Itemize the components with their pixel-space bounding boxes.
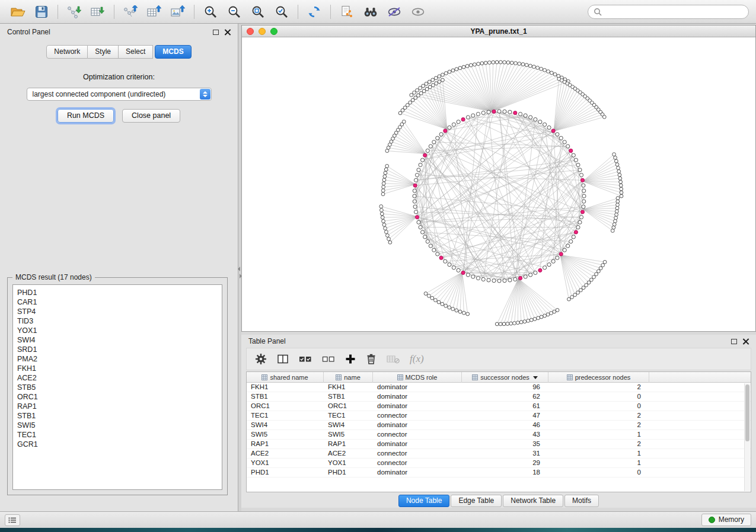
leaf-node[interactable]	[385, 164, 389, 168]
ring-node[interactable]	[518, 112, 522, 116]
ring-node[interactable]	[543, 266, 547, 270]
ring-node[interactable]	[471, 114, 475, 117]
leaf-node[interactable]	[448, 306, 451, 309]
leaf-node[interactable]	[592, 275, 596, 279]
mcds-dominator-node[interactable]	[444, 129, 447, 133]
cell-name[interactable]: SWI4	[324, 421, 373, 430]
leaf-node[interactable]	[589, 278, 593, 281]
tab-network-table[interactable]: Network Table	[503, 495, 563, 507]
leaf-node[interactable]	[437, 300, 441, 304]
leaf-node[interactable]	[614, 219, 617, 223]
cell-mcds-role[interactable]: dominator	[373, 402, 462, 411]
leaf-node[interactable]	[448, 70, 451, 73]
ring-node[interactable]	[569, 240, 573, 243]
leaf-node[interactable]	[383, 175, 387, 178]
ring-node[interactable]	[417, 168, 420, 172]
leaf-node[interactable]	[388, 241, 392, 244]
leaf-node[interactable]	[427, 294, 430, 298]
quick-search-box[interactable]	[588, 5, 749, 19]
ring-node[interactable]	[503, 110, 506, 113]
leaf-node[interactable]	[462, 65, 465, 69]
column-header-mcds-role[interactable]: MCDS role	[373, 372, 462, 383]
mcds-dominator-node[interactable]	[580, 210, 584, 214]
table-row[interactable]: ORC1ORC1dominator610	[247, 402, 751, 411]
leaf-node[interactable]	[615, 210, 618, 213]
leaf-node[interactable]	[381, 193, 385, 196]
ring-node[interactable]	[444, 259, 447, 263]
import-network-button[interactable]	[63, 3, 85, 21]
ring-node[interactable]	[452, 266, 455, 270]
cell-mcds-role[interactable]: dominator	[373, 383, 462, 392]
cell-shared-name[interactable]: PHD1	[247, 468, 324, 477]
mcds-dominator-node[interactable]	[423, 153, 427, 157]
ring-node[interactable]	[551, 259, 555, 263]
ring-node[interactable]	[466, 273, 470, 277]
cell-successor-nodes[interactable]: 29	[462, 459, 548, 468]
cell-successor-nodes[interactable]: 61	[462, 402, 548, 411]
ring-node[interactable]	[547, 263, 551, 267]
leaf-node[interactable]	[620, 194, 623, 198]
ring-node[interactable]	[487, 110, 490, 114]
leaf-node[interactable]	[488, 61, 492, 65]
ring-node[interactable]	[576, 163, 580, 166]
cell-name[interactable]: YOX1	[324, 459, 373, 468]
leaf-node[interactable]	[603, 260, 607, 264]
leaf-node[interactable]	[384, 171, 387, 175]
leaf-node[interactable]	[596, 270, 600, 273]
ring-node[interactable]	[582, 184, 585, 187]
table-row[interactable]: TEC1TEC1connector472	[247, 411, 751, 421]
ring-node[interactable]	[576, 226, 580, 229]
cell-mcds-role[interactable]: connector	[373, 459, 462, 468]
mcds-result-item[interactable]: PMA2	[17, 354, 222, 364]
leaf-node[interactable]	[616, 197, 620, 200]
export-network-button[interactable]	[120, 3, 141, 21]
sort-caret-icon[interactable]	[533, 376, 538, 379]
deselect-all-icon[interactable]	[322, 354, 335, 364]
leaf-node[interactable]	[513, 322, 516, 325]
ring-node[interactable]	[508, 278, 512, 282]
ring-node[interactable]	[448, 263, 451, 267]
leaf-node[interactable]	[587, 281, 591, 284]
ring-node[interactable]	[476, 112, 480, 116]
zoom-selected-button[interactable]	[271, 3, 292, 21]
ring-node[interactable]	[578, 220, 582, 224]
leaf-node[interactable]	[424, 292, 428, 296]
leaf-node[interactable]	[466, 312, 470, 316]
tab-mcds[interactable]: MCDS	[155, 45, 191, 59]
cell-name[interactable]: STB1	[324, 392, 373, 402]
table-settings-gear-icon[interactable]	[255, 353, 267, 365]
cell-name[interactable]: RAP1	[324, 440, 373, 449]
ring-node[interactable]	[529, 116, 532, 119]
leaf-node[interactable]	[536, 66, 540, 70]
leaf-node[interactable]	[425, 82, 428, 86]
show-hidden-button[interactable]	[407, 3, 429, 21]
cell-successor-nodes[interactable]: 96	[462, 383, 548, 392]
leaf-node[interactable]	[576, 291, 580, 294]
mcds-result-item[interactable]: SRD1	[17, 345, 222, 354]
table-row[interactable]: SWI4SWI4dominator462	[247, 421, 751, 430]
cell-mcds-role[interactable]: dominator	[373, 468, 462, 477]
zoom-out-button[interactable]	[224, 3, 245, 21]
leaf-node[interactable]	[419, 86, 422, 90]
leaf-node[interactable]	[518, 62, 521, 66]
delete-column-icon[interactable]	[366, 353, 377, 365]
leaf-node[interactable]	[499, 322, 502, 326]
leaf-node[interactable]	[469, 63, 473, 67]
leaf-node[interactable]	[614, 156, 617, 159]
cell-successor-nodes[interactable]: 46	[462, 421, 548, 430]
leaf-node[interactable]	[384, 168, 388, 171]
leaf-node[interactable]	[451, 69, 455, 72]
import-table-button[interactable]	[87, 3, 109, 21]
ring-node[interactable]	[466, 116, 470, 119]
leaf-node[interactable]	[611, 229, 614, 233]
ring-node[interactable]	[426, 149, 429, 152]
scrollbar-thumb[interactable]	[745, 384, 749, 441]
mcds-result-item[interactable]: PHD1	[17, 288, 222, 297]
cell-successor-nodes[interactable]: 35	[462, 440, 548, 449]
cell-successor-nodes[interactable]: 62	[462, 392, 548, 402]
leaf-node[interactable]	[595, 273, 598, 276]
memory-button[interactable]: Memory	[701, 514, 751, 526]
cell-name[interactable]: TEC1	[324, 411, 373, 421]
leaf-node[interactable]	[612, 226, 615, 229]
ring-node[interactable]	[426, 240, 429, 243]
